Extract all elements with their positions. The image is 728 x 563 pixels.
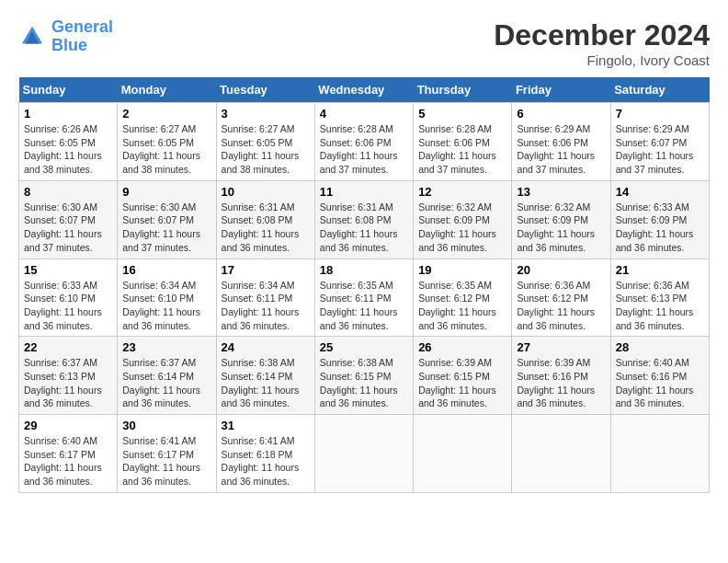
weekday-header-tuesday: Tuesday: [216, 77, 314, 103]
day-info: Sunrise: 6:33 AM Sunset: 6:09 PM Dayligh…: [616, 201, 704, 255]
weekday-header-row: SundayMondayTuesdayWednesdayThursdayFrid…: [19, 77, 710, 103]
day-info: Sunrise: 6:30 AM Sunset: 6:07 PM Dayligh…: [24, 201, 112, 255]
calendar-week-row: 15 Sunrise: 6:33 AM Sunset: 6:10 PM Dayl…: [19, 259, 710, 337]
day-number: 13: [517, 185, 605, 199]
weekday-header-wednesday: Wednesday: [314, 77, 413, 103]
day-info: Sunrise: 6:34 AM Sunset: 6:11 PM Dayligh…: [222, 279, 310, 333]
day-info: Sunrise: 6:35 AM Sunset: 6:11 PM Dayligh…: [320, 279, 408, 333]
calendar-week-row: 22 Sunrise: 6:37 AM Sunset: 6:13 PM Dayl…: [19, 337, 710, 415]
calendar-day-cell: 4 Sunrise: 6:28 AM Sunset: 6:06 PM Dayli…: [314, 103, 413, 181]
day-number: 26: [418, 340, 506, 354]
day-number: 20: [517, 263, 605, 277]
day-info: Sunrise: 6:28 AM Sunset: 6:06 PM Dayligh…: [418, 122, 506, 177]
day-number: 23: [122, 340, 210, 354]
day-info: Sunrise: 6:31 AM Sunset: 6:08 PM Dayligh…: [222, 201, 310, 255]
day-number: 11: [320, 185, 408, 199]
day-number: 28: [616, 340, 704, 354]
day-info: Sunrise: 6:40 AM Sunset: 6:17 PM Dayligh…: [24, 434, 112, 488]
day-number: 25: [320, 340, 408, 354]
day-number: 31: [222, 419, 310, 432]
calendar-day-cell: 11 Sunrise: 6:31 AM Sunset: 6:08 PM Dayl…: [314, 180, 413, 259]
day-info: Sunrise: 6:27 AM Sunset: 6:05 PM Dayligh…: [222, 122, 310, 177]
day-number: 8: [24, 185, 112, 199]
calendar-day-cell: [512, 415, 610, 493]
day-info: Sunrise: 6:29 AM Sunset: 6:06 PM Dayligh…: [517, 122, 605, 177]
day-number: 2: [122, 107, 210, 121]
calendar-day-cell: 12 Sunrise: 6:32 AM Sunset: 6:09 PM Dayl…: [414, 180, 512, 259]
day-info: Sunrise: 6:30 AM Sunset: 6:07 PM Dayligh…: [122, 201, 210, 255]
calendar-day-cell: [314, 415, 413, 493]
calendar-day-cell: [610, 415, 709, 493]
calendar-day-cell: 22 Sunrise: 6:37 AM Sunset: 6:13 PM Dayl…: [19, 337, 118, 415]
day-number: 18: [320, 263, 408, 277]
weekday-header-thursday: Thursday: [414, 77, 512, 103]
day-info: Sunrise: 6:41 AM Sunset: 6:18 PM Dayligh…: [222, 434, 310, 488]
day-number: 6: [517, 107, 605, 121]
day-number: 21: [616, 263, 704, 277]
calendar-day-cell: 17 Sunrise: 6:34 AM Sunset: 6:11 PM Dayl…: [216, 259, 314, 337]
day-info: Sunrise: 6:35 AM Sunset: 6:12 PM Dayligh…: [418, 279, 506, 333]
day-number: 29: [24, 419, 112, 432]
day-number: 15: [24, 263, 112, 277]
day-info: Sunrise: 6:37 AM Sunset: 6:14 PM Dayligh…: [122, 356, 210, 410]
calendar-day-cell: 18 Sunrise: 6:35 AM Sunset: 6:11 PM Dayl…: [314, 259, 413, 337]
calendar-day-cell: 1 Sunrise: 6:26 AM Sunset: 6:05 PM Dayli…: [19, 103, 118, 181]
calendar-day-cell: 26 Sunrise: 6:39 AM Sunset: 6:15 PM Dayl…: [414, 337, 512, 415]
calendar-day-cell: 2 Sunrise: 6:27 AM Sunset: 6:05 PM Dayli…: [118, 103, 216, 181]
calendar-day-cell: 15 Sunrise: 6:33 AM Sunset: 6:10 PM Dayl…: [19, 259, 118, 337]
calendar-day-cell: 6 Sunrise: 6:29 AM Sunset: 6:06 PM Dayli…: [512, 103, 610, 181]
day-info: Sunrise: 6:39 AM Sunset: 6:16 PM Dayligh…: [517, 356, 605, 410]
calendar-day-cell: 8 Sunrise: 6:30 AM Sunset: 6:07 PM Dayli…: [19, 180, 118, 259]
calendar-table: SundayMondayTuesdayWednesdayThursdayFrid…: [18, 77, 710, 493]
day-info: Sunrise: 6:36 AM Sunset: 6:13 PM Dayligh…: [616, 279, 704, 333]
logo: General Blue: [18, 18, 113, 55]
calendar-day-cell: 5 Sunrise: 6:28 AM Sunset: 6:06 PM Dayli…: [414, 103, 512, 181]
day-number: 14: [616, 185, 704, 199]
day-number: 7: [616, 107, 704, 121]
day-number: 12: [418, 185, 506, 199]
logo-icon: [18, 23, 46, 51]
calendar-day-cell: 3 Sunrise: 6:27 AM Sunset: 6:05 PM Dayli…: [216, 103, 314, 181]
logo-text: General Blue: [51, 18, 113, 55]
day-info: Sunrise: 6:39 AM Sunset: 6:15 PM Dayligh…: [418, 356, 506, 410]
day-info: Sunrise: 6:32 AM Sunset: 6:09 PM Dayligh…: [517, 201, 605, 255]
day-number: 24: [222, 340, 310, 354]
day-info: Sunrise: 6:29 AM Sunset: 6:07 PM Dayligh…: [616, 122, 704, 177]
calendar-day-cell: [414, 415, 512, 493]
location-title: Fingolo, Ivory Coast: [494, 52, 710, 68]
weekday-header-friday: Friday: [512, 77, 610, 103]
title-block: December 2024 Fingolo, Ivory Coast: [494, 18, 710, 68]
day-number: 19: [418, 263, 506, 277]
calendar-day-cell: 27 Sunrise: 6:39 AM Sunset: 6:16 PM Dayl…: [512, 337, 610, 415]
calendar-day-cell: 14 Sunrise: 6:33 AM Sunset: 6:09 PM Dayl…: [610, 180, 709, 259]
calendar-week-row: 8 Sunrise: 6:30 AM Sunset: 6:07 PM Dayli…: [19, 180, 710, 259]
day-number: 16: [122, 263, 210, 277]
day-info: Sunrise: 6:28 AM Sunset: 6:06 PM Dayligh…: [320, 122, 408, 177]
day-number: 22: [24, 340, 112, 354]
calendar-day-cell: 9 Sunrise: 6:30 AM Sunset: 6:07 PM Dayli…: [118, 180, 216, 259]
day-info: Sunrise: 6:41 AM Sunset: 6:17 PM Dayligh…: [122, 434, 210, 488]
day-info: Sunrise: 6:34 AM Sunset: 6:10 PM Dayligh…: [122, 279, 210, 333]
weekday-header-sunday: Sunday: [19, 77, 118, 103]
calendar-week-row: 29 Sunrise: 6:40 AM Sunset: 6:17 PM Dayl…: [19, 415, 710, 493]
day-number: 5: [418, 107, 506, 121]
day-info: Sunrise: 6:38 AM Sunset: 6:15 PM Dayligh…: [320, 356, 408, 410]
calendar-day-cell: 24 Sunrise: 6:38 AM Sunset: 6:14 PM Dayl…: [216, 337, 314, 415]
calendar-day-cell: 16 Sunrise: 6:34 AM Sunset: 6:10 PM Dayl…: [118, 259, 216, 337]
calendar-day-cell: 31 Sunrise: 6:41 AM Sunset: 6:18 PM Dayl…: [216, 415, 314, 493]
day-number: 10: [222, 185, 310, 199]
day-info: Sunrise: 6:36 AM Sunset: 6:12 PM Dayligh…: [517, 279, 605, 333]
day-info: Sunrise: 6:37 AM Sunset: 6:13 PM Dayligh…: [24, 356, 112, 410]
weekday-header-saturday: Saturday: [610, 77, 709, 103]
calendar-day-cell: 10 Sunrise: 6:31 AM Sunset: 6:08 PM Dayl…: [216, 180, 314, 259]
calendar-day-cell: 20 Sunrise: 6:36 AM Sunset: 6:12 PM Dayl…: [512, 259, 610, 337]
calendar-day-cell: 28 Sunrise: 6:40 AM Sunset: 6:16 PM Dayl…: [610, 337, 709, 415]
calendar-day-cell: 29 Sunrise: 6:40 AM Sunset: 6:17 PM Dayl…: [19, 415, 118, 493]
calendar-day-cell: 13 Sunrise: 6:32 AM Sunset: 6:09 PM Dayl…: [512, 180, 610, 259]
page-header: General Blue December 2024 Fingolo, Ivor…: [18, 18, 710, 68]
calendar-day-cell: 7 Sunrise: 6:29 AM Sunset: 6:07 PM Dayli…: [610, 103, 709, 181]
calendar-day-cell: 23 Sunrise: 6:37 AM Sunset: 6:14 PM Dayl…: [118, 337, 216, 415]
calendar-day-cell: 25 Sunrise: 6:38 AM Sunset: 6:15 PM Dayl…: [314, 337, 413, 415]
day-info: Sunrise: 6:31 AM Sunset: 6:08 PM Dayligh…: [320, 201, 408, 255]
calendar-day-cell: 30 Sunrise: 6:41 AM Sunset: 6:17 PM Dayl…: [118, 415, 216, 493]
